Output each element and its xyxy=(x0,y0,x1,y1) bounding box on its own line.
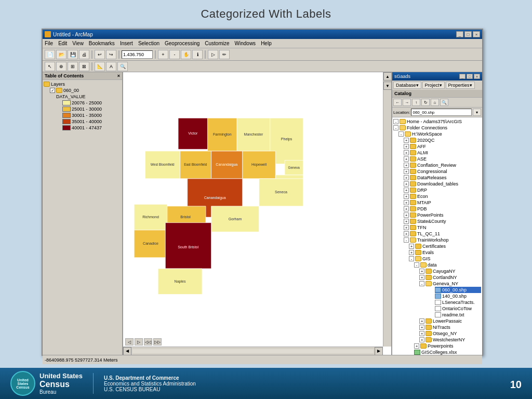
toc-060-checkbox[interactable]: ✓ xyxy=(50,88,55,93)
catalog-search-button[interactable]: 🔍 xyxy=(440,99,448,106)
cat-giscolleges[interactable]: GISColleges.xlsx xyxy=(414,349,481,355)
sgaads-tab-database[interactable]: Database▾ xyxy=(393,82,421,89)
location-input[interactable] xyxy=(411,109,472,116)
cat-pdb[interactable]: + PDB xyxy=(404,206,481,212)
sgaads-maximize[interactable]: □ xyxy=(467,74,473,79)
cat-evals[interactable]: + Evals xyxy=(409,249,481,256)
cat-cayugany[interactable]: + CayugaNY xyxy=(419,268,481,274)
aff-expand[interactable]: + xyxy=(404,144,409,149)
gis-expand[interactable]: - xyxy=(409,256,414,261)
menu-geoprocessing[interactable]: Geoprocessing xyxy=(165,41,200,46)
cat-140-shp[interactable]: 140_00.shp xyxy=(435,293,481,299)
geneva-expand[interactable]: - xyxy=(419,281,424,286)
scroll-left-button[interactable]: ◀ xyxy=(123,347,131,355)
scale-input[interactable] xyxy=(122,50,153,59)
2020qc-expand[interactable]: + xyxy=(404,138,409,143)
toc-close[interactable]: × xyxy=(117,73,120,78)
location-go-button[interactable]: ▾ xyxy=(473,109,481,116)
mtaip-expand[interactable]: + xyxy=(404,200,409,205)
cat-econ[interactable]: + Econ xyxy=(404,193,481,200)
catalog-back-button[interactable]: ← xyxy=(393,99,402,106)
westchester-expand[interactable]: + xyxy=(419,337,424,342)
data-expand[interactable]: - xyxy=(414,262,419,268)
toc-layers-item[interactable]: Layers xyxy=(44,81,121,87)
evals-expand[interactable]: + xyxy=(409,250,414,255)
menu-help[interactable]: Help xyxy=(261,41,272,46)
tb-undo[interactable]: ↩ xyxy=(95,50,105,59)
minimize-button[interactable]: _ xyxy=(456,31,463,37)
menu-customize[interactable]: Customize xyxy=(205,41,229,46)
cat-lowerpassaic[interactable]: + LowerPassaic xyxy=(419,318,481,324)
cat-congressional[interactable]: + Congressional xyxy=(404,168,481,175)
cat-conflation[interactable]: + Conflation_Review xyxy=(404,162,481,168)
almi-expand[interactable]: + xyxy=(404,150,409,155)
econ-expand[interactable]: + xyxy=(404,194,409,199)
tb2-measure[interactable]: 📐 xyxy=(95,62,105,71)
toc-060-item[interactable]: ✓ 060_00 xyxy=(50,87,121,94)
statecounty-expand[interactable]: + xyxy=(404,219,409,224)
scroll-right-button[interactable]: ▶ xyxy=(375,347,383,355)
map-nav-btn-1[interactable]: ◁ xyxy=(125,338,134,345)
cat-lseneca[interactable]: LSenecaTracts. xyxy=(435,299,481,305)
menu-edit[interactable]: Edit xyxy=(58,41,67,46)
pp2-expand[interactable]: + xyxy=(414,343,419,349)
tb-select[interactable]: ▷ xyxy=(208,50,218,59)
cat-gis[interactable]: - GIS xyxy=(409,256,481,262)
menu-selection[interactable]: Selection xyxy=(138,41,159,46)
cat-ase[interactable]: + ASE xyxy=(404,156,481,162)
menu-view[interactable]: View xyxy=(72,41,84,46)
ase-expand[interactable]: + xyxy=(404,156,409,162)
tb-new[interactable]: 📄 xyxy=(45,50,55,59)
sgaads-close[interactable]: × xyxy=(474,74,480,79)
trainworkshop-expand[interactable]: - xyxy=(404,237,409,243)
menu-windows[interactable]: Windows xyxy=(235,41,256,46)
cat-powerpoints2[interactable]: + Powerpoints xyxy=(414,343,481,349)
sgaads-minimize[interactable]: _ xyxy=(459,74,466,79)
tb-editor[interactable]: ✏ xyxy=(219,50,230,59)
sgaads-tab-project[interactable]: Project▾ xyxy=(422,82,445,89)
tb-zoom-out[interactable]: - xyxy=(169,50,180,59)
cortland-expand[interactable]: + xyxy=(419,275,424,280)
downloaded-expand[interactable]: + xyxy=(404,181,409,187)
datareleases-expand[interactable]: + xyxy=(404,175,409,180)
catalog-home-button[interactable]: ⌂ xyxy=(431,99,439,106)
scroll-down-button[interactable]: ▼ xyxy=(383,82,391,90)
folder-connections-expand[interactable]: - xyxy=(393,125,398,130)
tb-open[interactable]: 📂 xyxy=(56,50,66,59)
pp-expand[interactable]: + xyxy=(404,212,409,218)
tb-print[interactable]: 🖨 xyxy=(79,50,89,59)
tb2-zoom-full[interactable]: ⊕ xyxy=(56,62,66,71)
tb2-zoom-sel[interactable]: ⊠ xyxy=(79,62,89,71)
cat-state-county[interactable]: + State&County xyxy=(404,218,481,224)
cat-readme[interactable]: readme.txt xyxy=(435,312,481,318)
tb2-label[interactable]: A xyxy=(106,62,116,71)
tb-save[interactable]: 💾 xyxy=(68,50,78,59)
tb2-find[interactable]: 🔍 xyxy=(117,62,128,71)
cat-trainworkshop[interactable]: - TrainWorkshop xyxy=(404,237,481,243)
menu-file[interactable]: File xyxy=(45,41,53,46)
tlqc11-expand[interactable]: + xyxy=(404,231,409,236)
catalog-refresh-button[interactable]: ↻ xyxy=(421,99,430,106)
sgaads-tab-properties[interactable]: Properties▾ xyxy=(446,82,475,89)
otsego-expand[interactable]: + xyxy=(419,331,424,336)
pdb-expand[interactable]: + xyxy=(404,206,409,211)
cat-folder-connections[interactable]: - Folder Connections xyxy=(393,125,481,131)
map-nav-btn-4[interactable]: ▷▷ xyxy=(153,338,162,345)
map-nav-btn-3[interactable]: ◁◁ xyxy=(144,338,152,345)
tb2-zoom-layer[interactable]: ⊞ xyxy=(68,62,78,71)
certificates-expand[interactable]: + xyxy=(409,244,414,249)
tfn-expand[interactable]: + xyxy=(404,225,409,230)
cat-downloaded-tables[interactable]: + Downloaded_tables xyxy=(404,181,481,187)
catalog-up-button[interactable]: ↑ xyxy=(412,99,420,106)
tb-identify[interactable]: ℹ xyxy=(192,50,203,59)
cat-060-shp[interactable]: 060_00.shp xyxy=(435,287,481,293)
cat-nitracts[interactable]: + NITracts xyxy=(419,324,481,330)
cayuga-expand[interactable]: + xyxy=(419,269,424,274)
map-nav-btn-2[interactable]: ▷ xyxy=(135,338,143,345)
map-scrollbar-horizontal[interactable]: ◀ ▶ xyxy=(123,347,383,355)
map-scrollbar-vertical[interactable]: ▲ ▼ xyxy=(383,72,391,347)
menu-bookmarks[interactable]: Bookmarks xyxy=(89,41,115,46)
cat-otsegoNY[interactable]: + Otsego_NY xyxy=(419,330,481,337)
cat-drp[interactable]: + DRP xyxy=(404,187,481,193)
cat-genevany[interactable]: - Geneva_NY xyxy=(419,281,481,287)
